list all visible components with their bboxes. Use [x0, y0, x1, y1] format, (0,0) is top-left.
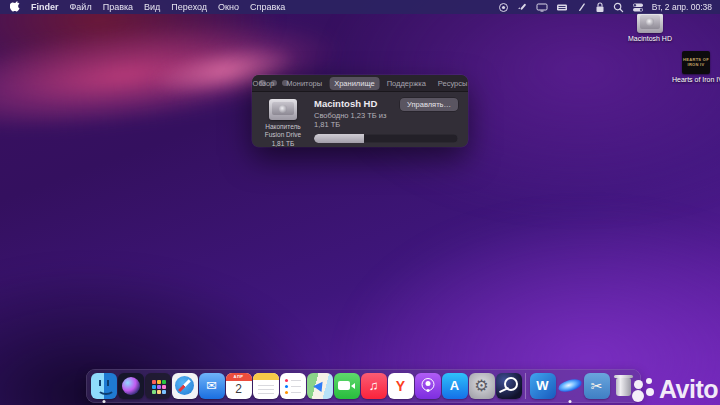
gear-icon: ⚙ [469, 373, 495, 399]
desktop-wallpaper [0, 0, 720, 405]
window-tabs: Обзор Мониторы Хранилище Поддержка Ресур… [252, 77, 468, 90]
avito-watermark: Avito [634, 377, 718, 402]
dock-item-siri[interactable] [117, 372, 144, 399]
desktop-icon-label: Hearts of Iron IV [672, 76, 720, 83]
free-space-text: Свободно 1,23 ТБ из 1,81 ТБ [314, 111, 400, 129]
running-indicator [568, 400, 571, 403]
running-indicator [102, 400, 105, 403]
scissors-glyph: ✂ [591, 378, 603, 394]
hearts-of-iron-icon: HEARTS OF IRON IV [682, 51, 710, 74]
volume-name: Macintosh HD [314, 98, 400, 109]
dock-item-notes[interactable] [252, 372, 279, 399]
desktop-icon-macintosh-hd[interactable]: Macintosh HD [627, 13, 673, 42]
dock-item-music[interactable]: ♫ [360, 372, 387, 399]
manage-button[interactable]: Управлять… [400, 98, 458, 111]
tab-support[interactable]: Поддержка [382, 77, 431, 90]
dock-item-app-store[interactable]: A [441, 372, 468, 399]
hearts-of-iron-box-text: HEARTS OF IRON IV [682, 58, 710, 68]
maps-icon [307, 373, 333, 399]
envelope-glyph: ✉ [206, 378, 217, 393]
menu-item-edit[interactable]: Правка [103, 2, 133, 12]
pen-icon[interactable] [517, 2, 528, 13]
tab-storage[interactable]: Хранилище [329, 77, 380, 90]
tab-displays[interactable]: Мониторы [281, 77, 327, 90]
steam-icon [496, 373, 522, 399]
dock-item-word[interactable]: W [529, 372, 556, 399]
keyboard-icon[interactable] [556, 2, 568, 13]
avito-watermark-text: Avito [659, 377, 718, 402]
blue-orb-icon [557, 373, 583, 399]
app-store-letter: A [450, 378, 459, 393]
spotlight-icon[interactable] [613, 2, 624, 13]
menu-item-window[interactable]: Окно [218, 2, 239, 12]
dock-item-steam[interactable] [495, 372, 522, 399]
menu-bar-clock[interactable]: Вт, 2 апр. 00:38 [652, 2, 712, 12]
calendar-month: АПР [226, 373, 252, 381]
menu-item-help[interactable]: Справка [250, 2, 285, 12]
yandex-letter: Y [396, 378, 405, 394]
dock-item-blue-orb-app[interactable] [556, 372, 583, 399]
launchpad-icon [145, 373, 171, 399]
storage-used-segment [314, 134, 364, 143]
gear-glyph: ⚙ [474, 378, 488, 394]
menu-item-file[interactable]: Файл [70, 2, 92, 12]
dock-item-podcasts[interactable] [414, 372, 441, 399]
record-icon[interactable] [498, 2, 509, 13]
app-store-icon: A [442, 373, 468, 399]
menu-bar: Finder Файл Правка Вид Переход Окно Спра… [0, 0, 720, 14]
dock-item-facetime[interactable] [333, 372, 360, 399]
dock-item-mail[interactable]: ✉ [198, 372, 225, 399]
tab-overview[interactable]: Обзор [252, 77, 279, 90]
word-icon: W [530, 373, 556, 399]
dock-item-maps[interactable] [306, 372, 333, 399]
word-letter: W [536, 378, 548, 393]
hard-drive-icon [637, 13, 663, 33]
mail-icon: ✉ [199, 373, 225, 399]
avito-logo-icon [634, 378, 656, 402]
fusion-drive-icon [269, 99, 297, 120]
tab-resources[interactable]: Ресурсы [433, 77, 468, 90]
dock-item-scissors-app[interactable]: ✂ [583, 372, 610, 399]
podcasts-icon [415, 373, 441, 399]
safari-icon [172, 373, 198, 399]
yandex-browser-icon: Y [388, 373, 414, 399]
lock-icon[interactable] [595, 2, 605, 13]
dock-separator [525, 373, 526, 399]
apple-menu-icon[interactable] [10, 1, 20, 13]
scissors-icon: ✂ [584, 373, 610, 399]
dock-item-yandex-browser[interactable]: Y [387, 372, 414, 399]
menu-item-view[interactable]: Вид [144, 2, 160, 12]
finder-icon [91, 373, 117, 399]
menu-item-finder[interactable]: Finder [31, 2, 59, 12]
calendar-icon: АПР 2 [226, 373, 252, 399]
desktop-icon-hearts-of-iron[interactable]: HEARTS OF IRON IV Hearts of Iron IV [672, 51, 720, 83]
pencil-icon[interactable] [576, 2, 587, 13]
calendar-day: 2 [226, 381, 252, 399]
display-icon[interactable] [536, 2, 548, 13]
about-this-mac-window: Обзор Мониторы Хранилище Поддержка Ресур… [252, 75, 468, 147]
storage-usage-bar [314, 134, 458, 143]
window-titlebar[interactable]: Обзор Мониторы Хранилище Поддержка Ресур… [252, 75, 468, 92]
drive-type-label: Накопитель [260, 123, 306, 131]
notes-icon [253, 373, 279, 399]
siri-icon [118, 373, 144, 399]
control-center-icon[interactable] [632, 2, 644, 13]
dock-item-calendar[interactable]: АПР 2 [225, 372, 252, 399]
dock: ✉ АПР 2 ♫ Y A ⚙ [86, 369, 641, 403]
music-note-glyph: ♫ [369, 378, 379, 393]
dock-item-safari[interactable] [171, 372, 198, 399]
facetime-icon [334, 373, 360, 399]
dock-item-reminders[interactable] [279, 372, 306, 399]
dock-item-finder[interactable] [90, 372, 117, 399]
reminders-icon [280, 373, 306, 399]
music-icon: ♫ [361, 373, 387, 399]
dock-item-system-preferences[interactable]: ⚙ [468, 372, 495, 399]
drive-size-label: 1,81 ТБ [260, 140, 306, 147]
menu-item-go[interactable]: Переход [171, 2, 207, 12]
drive-name-label: Fusion Drive [260, 131, 306, 139]
dock-item-launchpad[interactable] [144, 372, 171, 399]
desktop-icon-label: Macintosh HD [627, 35, 673, 42]
